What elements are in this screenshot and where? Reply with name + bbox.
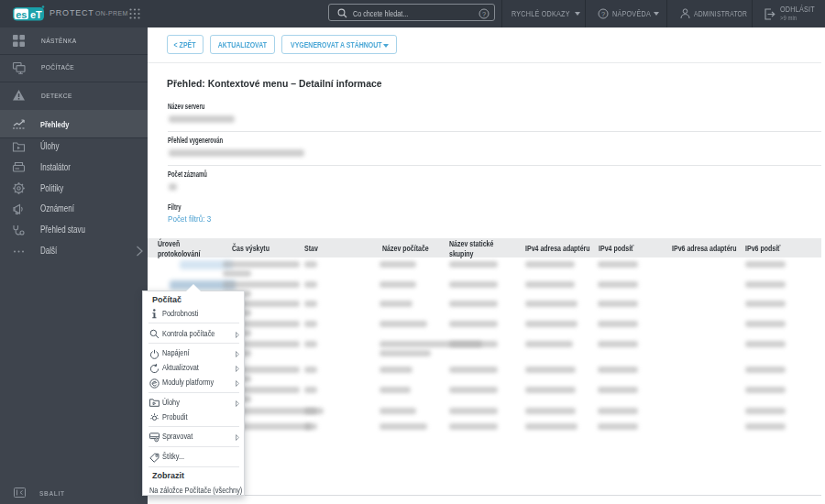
svg-text:?: ? <box>601 10 605 18</box>
svg-text:?: ? <box>482 9 486 17</box>
svg-text:eT: eT <box>30 8 42 19</box>
svg-text:es: es <box>16 8 27 19</box>
